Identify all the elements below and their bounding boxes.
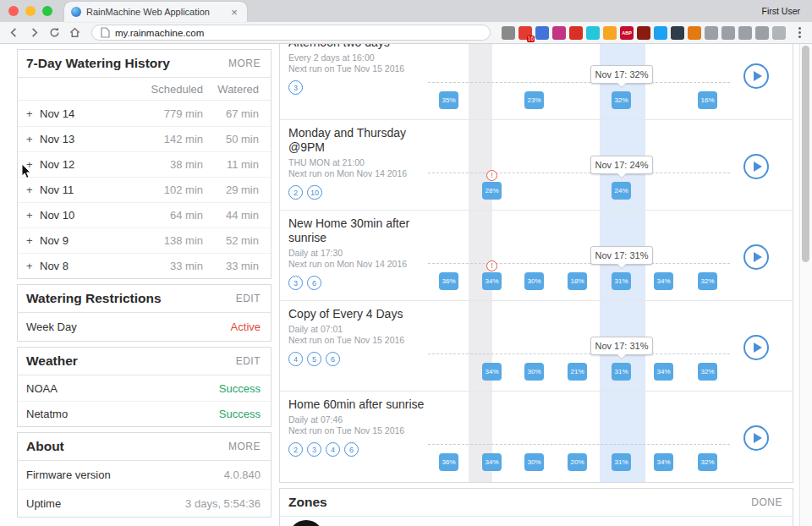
extension-icon[interactable] <box>569 26 583 40</box>
soak-percent-bar[interactable]: 31% <box>612 272 631 290</box>
minimize-window-button[interactable] <box>25 6 36 16</box>
restriction-status: Active <box>231 321 261 333</box>
zoom-window-button[interactable] <box>42 6 52 16</box>
close-window-button[interactable] <box>8 6 19 16</box>
soak-percent-bar[interactable]: 34% <box>654 453 673 471</box>
restrictions-edit-link[interactable]: EDIT <box>236 293 261 304</box>
soak-percent-bar[interactable]: 31% <box>612 453 631 471</box>
extension-icon[interactable] <box>671 26 684 40</box>
soak-percent-bar[interactable]: 32% <box>698 453 717 471</box>
program-row[interactable]: Monday and Thursday @9PM THU MON at 21:0… <box>280 120 793 211</box>
soak-percent-bar[interactable]: 36% <box>439 453 458 471</box>
extension-icon[interactable] <box>738 26 752 40</box>
run-program-button[interactable] <box>743 63 769 89</box>
zone-thumbnail[interactable] <box>288 520 324 526</box>
address-bar[interactable]: my.rainmachine.com <box>91 25 491 41</box>
expand-icon[interactable]: + <box>26 234 40 247</box>
expand-icon[interactable]: + <box>26 260 40 272</box>
soak-percent-bar[interactable]: 34% <box>654 272 673 290</box>
scrollbar-thumb[interactable] <box>802 46 809 262</box>
program-row[interactable]: Home 60min after sunrise Daily at 07:46 … <box>280 392 793 482</box>
soak-percent-bar[interactable]: 31% <box>612 363 631 381</box>
history-row[interactable]: + Nov 10 64 min 44 min <box>18 202 271 227</box>
soak-percent-bar[interactable]: 24% <box>612 182 631 200</box>
expand-icon[interactable]: + <box>26 107 40 120</box>
program-row[interactable]: Copy of Every 4 Days Daily at 07:01 Next… <box>280 301 793 392</box>
extension-icon[interactable]: 16 <box>518 26 532 40</box>
history-row[interactable]: + Nov 12 38 min 11 min <box>18 151 271 177</box>
soak-percent-bar[interactable]: 16% <box>698 91 717 109</box>
browser-menu-icon[interactable] <box>792 25 807 41</box>
program-next-run: Next run on Tue Nov 15 2016 <box>288 63 436 74</box>
expand-icon[interactable]: + <box>26 209 40 222</box>
extension-icon[interactable] <box>552 26 566 40</box>
extension-icon[interactable] <box>603 26 617 40</box>
run-program-button[interactable] <box>743 425 769 451</box>
history-row[interactable]: + Nov 9 138 min 52 min <box>18 227 271 253</box>
extension-icon[interactable] <box>705 26 718 40</box>
extension-icon[interactable] <box>721 26 735 40</box>
expand-icon[interactable]: + <box>26 184 40 196</box>
rainmachine-favicon <box>71 7 81 17</box>
warning-icon[interactable] <box>486 170 497 181</box>
tab-close-icon[interactable] <box>228 6 240 18</box>
history-date: Nov 11 <box>40 184 129 196</box>
soak-percent-bar[interactable]: 34% <box>482 272 502 290</box>
history-more-link[interactable]: MORE <box>228 58 261 69</box>
back-icon[interactable] <box>5 24 23 41</box>
about-more-link[interactable]: MORE <box>228 441 261 452</box>
run-program-button[interactable] <box>743 244 769 270</box>
page-scrollbar[interactable] <box>799 44 812 526</box>
about-value: 3 days, 5:54:36 <box>185 497 261 510</box>
extension-icon[interactable] <box>637 26 650 40</box>
soak-percent-bar[interactable]: 34% <box>482 453 502 471</box>
extension-icon[interactable] <box>586 26 600 40</box>
forward-icon[interactable] <box>25 24 43 41</box>
extension-icon[interactable] <box>535 26 549 40</box>
soak-percent-bar[interactable]: 32% <box>612 91 631 109</box>
soak-percent-bar[interactable]: 30% <box>524 453 544 471</box>
extension-icon[interactable] <box>688 26 701 40</box>
soak-percent-bar[interactable]: 36% <box>439 272 458 290</box>
extension-icon[interactable] <box>772 26 786 40</box>
program-row[interactable]: Afternoon two days Every 2 days at 16:00… <box>280 44 793 120</box>
browser-tab[interactable]: RainMachine Web Application <box>64 2 247 22</box>
history-row[interactable]: + Nov 14 779 min 67 min <box>18 101 271 126</box>
soak-percent-bar[interactable]: 28% <box>482 182 502 200</box>
soak-percent-bar[interactable]: 35% <box>439 91 458 109</box>
scheduled-column-header: Scheduled <box>129 83 203 96</box>
expand-icon[interactable]: + <box>26 133 40 145</box>
soak-percent-bar[interactable]: 30% <box>524 272 544 290</box>
extension-icon[interactable] <box>654 26 667 40</box>
soak-percent-bar[interactable]: 20% <box>568 453 587 471</box>
extension-icon[interactable] <box>755 26 769 40</box>
adblock-extension-icon[interactable]: ABP <box>620 26 634 40</box>
soak-percent-bar[interactable]: 34% <box>482 363 502 381</box>
zone-badge: 6 <box>344 442 359 457</box>
run-program-button[interactable] <box>743 335 769 360</box>
reload-icon[interactable] <box>46 24 63 41</box>
history-row[interactable]: + Nov 8 33 min 33 min <box>18 253 271 278</box>
run-program-button[interactable] <box>743 154 769 179</box>
extension-icon[interactable] <box>502 26 515 40</box>
program-row[interactable]: New Home 30min after sunrise Daily at 17… <box>280 211 793 301</box>
history-row[interactable]: + Nov 11 102 min 29 min <box>18 177 271 202</box>
soak-percent-bar[interactable]: 34% <box>654 363 673 381</box>
soak-percent-bar[interactable]: 32% <box>698 363 717 381</box>
soak-percent-bar[interactable]: 21% <box>568 363 587 381</box>
home-icon[interactable] <box>66 24 84 41</box>
soak-percent-bar[interactable]: 32% <box>698 272 717 290</box>
zones-done-link[interactable]: DONE <box>751 496 782 508</box>
zone-badge: 4 <box>288 352 303 366</box>
window-controls <box>0 6 64 16</box>
soak-percent-bar[interactable]: 18% <box>568 272 587 290</box>
soak-percent-bar[interactable]: 30% <box>524 363 544 381</box>
expand-icon[interactable]: + <box>26 158 40 171</box>
history-date: Nov 8 <box>40 260 129 272</box>
warning-icon[interactable] <box>486 260 497 271</box>
weather-edit-link[interactable]: EDIT <box>236 355 261 367</box>
program-schedule: THU MON at 21:00 <box>288 157 436 168</box>
soak-percent-bar[interactable]: 23% <box>524 91 544 109</box>
history-row[interactable]: + Nov 13 142 min 50 min <box>18 126 271 151</box>
abp-label: ABP <box>622 30 632 36</box>
